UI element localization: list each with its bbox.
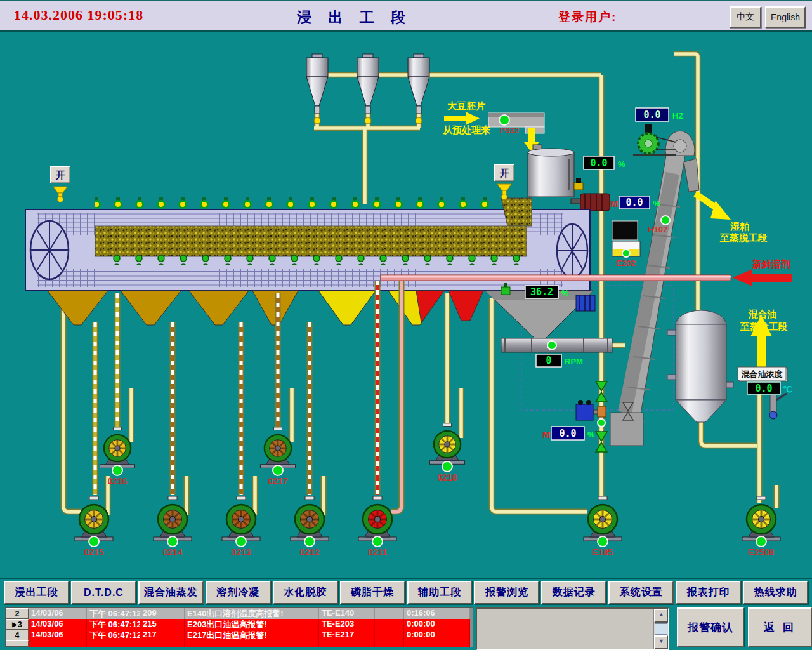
pump-E105[interactable]: E105 xyxy=(584,496,622,557)
svg-text:0212: 0212 xyxy=(299,547,319,557)
alarm-spare xyxy=(375,630,404,640)
alarm-row-number: 4 xyxy=(6,630,29,640)
alarm-scroll-panel: ▲ ▼ xyxy=(476,607,670,650)
svg-text:E2508: E2508 xyxy=(749,547,775,557)
svg-text:36.2: 36.2 xyxy=(530,286,553,298)
pump-indicator xyxy=(112,465,122,475)
nav-hotline-help[interactable]: 热线求助 xyxy=(743,581,808,604)
svg-text:0211: 0211 xyxy=(368,547,388,557)
alarm-time: 下午 06:47:12 xyxy=(87,608,140,619)
chinese-lang-button[interactable]: 中文 xyxy=(730,6,761,28)
miscella-concentration-display: 混合油浓度 0.0 ℃ xyxy=(738,367,792,394)
to-dt-section-label: 至蒸脱工段 xyxy=(720,232,768,243)
from-pretreatment-label: 从预处理来 xyxy=(442,124,490,135)
nav-solvent-condensing[interactable]: 溶剂冷凝 xyxy=(206,581,271,604)
svg-text:M: M xyxy=(610,198,619,209)
extractor-nozzle-row xyxy=(98,255,520,265)
alarm-time: 下午 06:47:12 xyxy=(87,619,140,630)
extractor-hoppers xyxy=(48,291,483,325)
alarm-date: 14/03/06 xyxy=(29,630,87,640)
valve-actuator-motor xyxy=(576,404,593,420)
inlet-moisture-display: M 0.0 % xyxy=(610,196,660,209)
english-lang-button[interactable]: English xyxy=(765,6,806,28)
solvent-valve-display: M 0.0 % xyxy=(542,427,595,440)
nav-lecithin-drying[interactable]: 磷脂干燥 xyxy=(340,581,405,604)
alarm-code: 215 xyxy=(140,619,185,630)
extractor-top-fittings xyxy=(95,197,527,209)
login-user-label: 登录用户: xyxy=(558,9,617,25)
alarm-duration: 0:00:00 xyxy=(404,630,470,640)
scroll-up-icon[interactable]: ▲ xyxy=(654,609,668,623)
screw-run-indicator xyxy=(547,341,556,350)
nav-data-record[interactable]: 数据记录 xyxy=(541,581,606,604)
process-diagram-area: 开 开 0216 0217 0218 0215 0214 0213 0212 0… xyxy=(0,32,812,578)
pump-indicator xyxy=(442,461,452,472)
feed-hopper-tank xyxy=(528,145,583,197)
alarm-row[interactable]: 2 14/03/06 下午 06:47:12 209 E140出口溶剂温度高报警… xyxy=(6,608,473,619)
alarm-code: 217 xyxy=(140,630,185,640)
alarm-row[interactable]: 4 14/03/06 下午 06:47:12 217 E217出口油温高报警! … xyxy=(6,630,473,640)
alarm-row-number: ▶3 xyxy=(6,619,29,630)
svg-text:%: % xyxy=(561,288,569,298)
svg-text:HZ: HZ xyxy=(672,111,683,121)
feed-arrow-right xyxy=(444,112,480,125)
pump-indicator xyxy=(236,536,246,547)
open-button-right[interactable]: 开 xyxy=(495,164,514,181)
svg-text:0216: 0216 xyxy=(107,476,127,486)
conveyor-run-indicator xyxy=(499,115,509,125)
open-button-left[interactable]: 开 xyxy=(51,166,70,183)
svg-text:0.0: 0.0 xyxy=(590,157,607,169)
alarm-message: E203出口油温高报警! xyxy=(185,619,319,630)
alarm-code: 209 xyxy=(140,608,185,619)
svg-text:0214: 0214 xyxy=(162,547,182,557)
svg-text:E105: E105 xyxy=(593,547,613,557)
feeder-level-display: 0.0 % xyxy=(584,156,625,169)
soybean-flakes-label: 大豆胚片 xyxy=(447,100,485,111)
screw-conveyor[interactable] xyxy=(501,338,612,352)
lamp-icon-left xyxy=(53,187,67,202)
hopper-valve-actuator[interactable] xyxy=(576,295,595,311)
return-button[interactable]: 返 回 xyxy=(748,607,812,647)
alarm-row-selected[interactable]: ▶3 14/03/06 下午 06:47:12 215 E203出口油温高报警!… xyxy=(6,619,473,630)
pump-0211[interactable]: 0211 xyxy=(358,496,396,557)
scroll-down-icon[interactable]: ▼ xyxy=(654,635,668,649)
svg-text:0215: 0215 xyxy=(84,547,103,557)
nav-extraction-section[interactable]: 浸出工段 xyxy=(4,581,69,604)
alarm-tag: TE-E203 xyxy=(319,619,375,630)
scroll-thumb[interactable] xyxy=(655,623,667,635)
alarm-message: E140出口溶剂温度高报警! xyxy=(185,608,319,619)
alarm-scrollbar[interactable]: ▲ ▼ xyxy=(653,609,668,649)
alarm-time: 下午 06:47:12 xyxy=(87,630,140,640)
nav-hydration-degumming[interactable]: 水化脱胶 xyxy=(273,581,338,604)
alarm-ack-button[interactable]: 报警确认 xyxy=(677,607,743,647)
nav-auxiliary-section[interactable]: 辅助工段 xyxy=(407,581,473,604)
weigher-indicator xyxy=(622,249,630,257)
svg-text:0218: 0218 xyxy=(437,472,457,482)
pump-indicator xyxy=(372,536,383,547)
nav-dtdc[interactable]: D.T.D.C xyxy=(71,581,136,604)
feeder-motor xyxy=(571,194,610,211)
alarm-row-number: 2 xyxy=(6,608,29,619)
solvent-tank[interactable] xyxy=(667,310,733,422)
nav-report-print[interactable]: 报表打印 xyxy=(676,581,741,604)
row-selector-icon: ▶ xyxy=(12,621,17,628)
alarm-row-number xyxy=(6,640,29,647)
nav-miscella-evaporation[interactable]: 混合油蒸发 xyxy=(138,581,204,604)
svg-text:0217: 0217 xyxy=(268,476,287,486)
svg-text:0.0: 0.0 xyxy=(755,383,772,394)
alarm-duration: 0:00:00 xyxy=(404,619,470,630)
alarm-area: 2 14/03/06 下午 06:47:12 209 E140出口溶剂温度高报警… xyxy=(0,606,812,650)
svg-text:混合油浓度: 混合油浓度 xyxy=(741,369,783,379)
alarm-row-clipped[interactable] xyxy=(6,640,473,647)
solvent-valve-lower[interactable] xyxy=(596,432,607,452)
svg-text:%: % xyxy=(587,430,595,439)
nav-alarm-browse[interactable]: 报警浏览 xyxy=(474,581,539,604)
nav-system-settings[interactable]: 系统设置 xyxy=(608,581,674,604)
svg-text:%: % xyxy=(653,199,660,208)
alarm-date: 14/03/06 xyxy=(29,608,87,619)
svg-text:M: M xyxy=(542,429,551,440)
meal-weigher xyxy=(612,221,640,257)
valve-indicator-2 xyxy=(598,419,605,427)
solvent-valve-upper[interactable] xyxy=(596,381,607,402)
to-evaporation-label: 至蒸发工段 xyxy=(740,321,788,332)
